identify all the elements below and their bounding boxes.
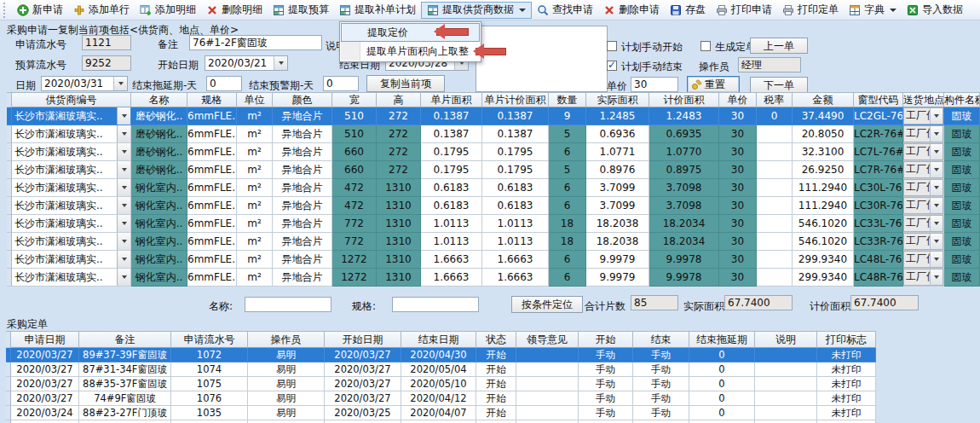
cell-spec[interactable]: 6mmFLE.. <box>187 215 237 233</box>
cell-color[interactable]: 异地合片 <box>273 251 332 269</box>
cell-price[interactable]: 30 <box>719 197 757 215</box>
dropdown-button[interactable] <box>117 251 130 268</box>
cell-comp[interactable]: 固玻 <box>944 161 980 179</box>
delivery-combo[interactable]: 工厂使用 <box>903 125 943 142</box>
chevron-down-icon[interactable] <box>519 9 526 12</box>
cell-width[interactable]: 510 <box>332 125 377 143</box>
table-row[interactable]: 2020/03/2789#37-39F窗固玻1072易明2020/03/2720… <box>6 348 876 362</box>
column-header-delivery[interactable]: 送货地点 <box>903 92 944 107</box>
chevron-down-icon[interactable] <box>930 180 943 195</box>
cell-width[interactable]: 1272 <box>332 251 377 269</box>
cell-qty[interactable]: 5 <box>549 161 586 179</box>
chevron-down-icon[interactable] <box>930 269 943 285</box>
cell-qty[interactable]: 9 <box>549 107 586 125</box>
cell-note[interactable] <box>755 348 817 362</box>
cell-height[interactable]: 272 <box>377 125 421 143</box>
dropdown-button[interactable] <box>117 215 130 232</box>
cell-piece_area[interactable]: 0.6183 <box>421 179 482 197</box>
cell-spec[interactable]: 6mmFLE.. <box>187 197 237 215</box>
cell-end[interactable]: 2020/04/12 <box>401 391 476 406</box>
cell-tax[interactable] <box>757 143 793 161</box>
cell-supplier[interactable]: 长沙市潇湘玻璃实.. <box>12 215 131 233</box>
cell-color[interactable]: 异地合片 <box>273 143 332 161</box>
cell-actual[interactable]: 18.2038 <box>586 215 649 233</box>
table-row[interactable]: 2020/03/2787#31-34F窗固玻1074易明2020/03/2720… <box>6 362 876 377</box>
cell-start[interactable]: 2020/03/27 <box>325 362 401 377</box>
cell-finish[interactable]: 手动 <box>633 348 689 362</box>
cell-qty[interactable]: 18 <box>549 233 586 251</box>
cell-unit[interactable]: m² <box>237 107 273 125</box>
cell-tax[interactable] <box>757 179 793 197</box>
cell-end[interactable]: 2020/05/04 <box>401 362 476 377</box>
delay-field[interactable]: 0 <box>206 76 242 91</box>
toolbar-button[interactable]: 提取预算 <box>268 2 334 19</box>
cell-leader[interactable] <box>516 406 579 420</box>
cell-height[interactable]: 1310 <box>377 233 421 251</box>
cell-unit[interactable]: m² <box>237 269 273 287</box>
cell-actual[interactable]: 1.0771 <box>586 143 649 161</box>
cell-start[interactable]: 2020/03/25 <box>325 406 401 420</box>
reset-button[interactable]: 重置 <box>687 76 740 93</box>
cell-delivery[interactable]: 工厂使用 <box>903 215 944 233</box>
cell-comp[interactable]: 固玻 <box>944 269 980 287</box>
cell-amount[interactable]: 37.4490 <box>793 107 854 125</box>
cell-operator[interactable]: 易明 <box>248 362 325 377</box>
table-row[interactable]: 2020/03/2488#23-27F门顶玻1035易明2020/03/2520… <box>6 406 876 420</box>
cell-start[interactable]: 2020/03/27 <box>325 348 401 362</box>
cell-unit[interactable]: m² <box>237 179 273 197</box>
cell-delay[interactable]: 0 <box>689 406 755 420</box>
warn-field[interactable]: 0 <box>323 76 359 91</box>
cell-printed[interactable]: 未打印 <box>817 348 876 362</box>
cell-spec[interactable]: 6mmFLE.. <box>187 161 237 179</box>
budget-no-field[interactable]: 9252 <box>82 55 131 71</box>
column-header-price[interactable]: 单价 <box>719 92 757 107</box>
column-header-amount[interactable]: 金额 <box>793 92 854 107</box>
dropdown-button[interactable] <box>117 269 130 286</box>
column-header-printed[interactable]: 打印标志 <box>817 331 876 348</box>
date-combo[interactable]: 2020/03/31 <box>41 76 128 91</box>
cell-actual[interactable]: 3.7099 <box>586 179 649 197</box>
delivery-combo[interactable]: 工厂使用 <box>903 179 943 196</box>
toolbar-button[interactable]: 打印定单 <box>777 2 844 19</box>
cell-amount[interactable]: 26.9250 <box>793 161 854 179</box>
cell-width[interactable]: 660 <box>332 143 377 161</box>
column-header-finish[interactable]: 结束 <box>633 331 689 348</box>
cell-qty[interactable]: 6 <box>549 197 586 215</box>
cell-supplier[interactable]: 长沙市潇湘玻璃实.. <box>12 269 131 287</box>
cell-priced[interactable]: 0.8975 <box>649 161 719 179</box>
cell-remark[interactable]: 87#31-34F窗固玻 <box>79 362 171 377</box>
filter-spec-input[interactable] <box>392 297 479 312</box>
cell-spec[interactable]: 6mmFLE.. <box>187 251 237 269</box>
cell-price[interactable]: 30 <box>719 179 757 197</box>
cell-begin[interactable]: 手动 <box>579 377 633 391</box>
cell-supplier[interactable]: 长沙市潇湘玻璃实.. <box>12 125 131 143</box>
column-header-start[interactable]: 开始日期 <box>325 331 401 348</box>
cell-supplier[interactable]: 长沙市潇湘玻璃实.. <box>12 197 131 215</box>
column-header-begin[interactable]: 开始 <box>579 331 633 348</box>
cell-finish[interactable]: 手动 <box>633 377 689 391</box>
cell-supplier[interactable]: 长沙市潇湘玻璃实.. <box>12 143 131 161</box>
locate-by-condition-button[interactable]: 按条件定位 <box>511 296 583 313</box>
cell-spec[interactable]: 6mmFLE.. <box>187 107 237 125</box>
toolbar-button[interactable]: 提取补单计划 <box>334 2 421 19</box>
cell-finish[interactable]: 手动 <box>633 391 689 406</box>
chevron-down-icon[interactable] <box>930 252 943 267</box>
cell-actual[interactable]: 0.6936 <box>586 125 649 143</box>
cell-code[interactable]: LC30R-76#... <box>854 197 903 215</box>
cell-supplier[interactable]: 长沙市潇湘玻璃实.. <box>12 107 131 125</box>
column-header-comp[interactable]: 构件名称 <box>944 92 980 107</box>
dropdown-button[interactable] <box>117 161 130 178</box>
cell-tax[interactable] <box>757 215 793 233</box>
column-header-end[interactable]: 结束日期 <box>401 331 476 348</box>
column-header-priced[interactable]: 计价面积 <box>649 92 719 107</box>
plan-manual-start-checkbox[interactable] <box>607 41 617 51</box>
cell-piece_priced[interactable]: 0.6183 <box>482 179 549 197</box>
toolbar-button[interactable]: 字典 <box>844 2 902 19</box>
table-row[interactable]: 长沙市潇湘玻璃实..磨砂钢化..6mmFLE..m²异地合片6602720.17… <box>7 161 980 179</box>
copy-current-button[interactable]: 复制当前项 <box>366 75 445 92</box>
cell-width[interactable]: 772 <box>332 233 377 251</box>
table-row[interactable]: 长沙市潇湘玻璃实..钢化室内..6mmFLE..m²异地合片47213100.6… <box>7 179 980 197</box>
cell-color[interactable]: 异地合片 <box>273 125 332 143</box>
cell-delay[interactable]: 0 <box>689 377 755 391</box>
delivery-combo[interactable]: 工厂使用 <box>903 233 943 250</box>
